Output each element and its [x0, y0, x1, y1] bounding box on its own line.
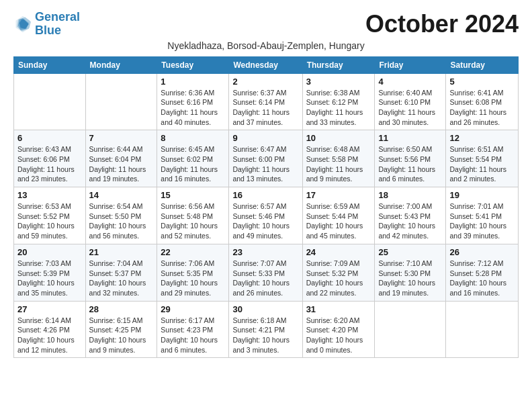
day-number: 14 — [89, 190, 154, 200]
day-info: Sunrise: 6:54 AMSunset: 5:50 PMDaylight:… — [89, 201, 154, 241]
day-info: Sunrise: 6:57 AMSunset: 5:46 PMDaylight:… — [232, 201, 298, 241]
day-number: 19 — [449, 190, 515, 200]
day-info: Sunrise: 6:50 AMSunset: 5:56 PMDaylight:… — [378, 144, 442, 184]
calendar-cell: 26Sunrise: 7:12 AMSunset: 5:28 PMDayligh… — [446, 244, 519, 301]
day-info: Sunrise: 7:07 AMSunset: 5:33 PMDaylight:… — [232, 259, 298, 298]
calendar-cell: 24Sunrise: 7:09 AMSunset: 5:32 PMDayligh… — [302, 244, 375, 301]
day-info: Sunrise: 6:37 AMSunset: 6:14 PMDaylight:… — [232, 88, 298, 128]
logo-icon — [13, 15, 32, 34]
subtitle: Nyekladhaza, Borsod-Abauj-Zemplen, Hunga… — [13, 40, 519, 51]
calendar-cell: 5Sunrise: 6:41 AMSunset: 6:08 PMDaylight… — [446, 73, 519, 130]
calendar-cell: 30Sunrise: 6:18 AMSunset: 4:21 PMDayligh… — [229, 301, 302, 358]
day-number: 22 — [161, 247, 225, 257]
calendar-week-2: 6Sunrise: 6:43 AMSunset: 6:06 PMDaylight… — [14, 130, 519, 187]
header: General Blue October 2024 — [13, 11, 519, 38]
day-info: Sunrise: 7:10 AMSunset: 5:30 PMDaylight:… — [378, 259, 442, 298]
calendar-cell: 15Sunrise: 6:56 AMSunset: 5:48 PMDayligh… — [157, 187, 229, 244]
title-block: October 2024 — [365, 11, 519, 38]
calendar-cell: 2Sunrise: 6:37 AMSunset: 6:14 PMDaylight… — [229, 73, 302, 130]
day-info: Sunrise: 6:36 AMSunset: 6:16 PMDaylight:… — [161, 88, 225, 128]
day-info: Sunrise: 6:48 AMSunset: 5:58 PMDaylight:… — [306, 144, 371, 184]
day-info: Sunrise: 6:18 AMSunset: 4:21 PMDaylight:… — [232, 316, 298, 355]
col-wednesday: Wednesday — [229, 56, 302, 73]
day-info: Sunrise: 7:03 AMSunset: 5:39 PMDaylight:… — [17, 259, 82, 298]
calendar-cell — [375, 301, 446, 358]
col-saturday: Saturday — [446, 56, 519, 73]
day-number: 21 — [89, 247, 154, 257]
day-number: 17 — [306, 190, 371, 200]
day-number: 31 — [306, 304, 371, 314]
calendar-cell: 11Sunrise: 6:50 AMSunset: 5:56 PMDayligh… — [375, 130, 446, 187]
calendar-cell: 21Sunrise: 7:04 AMSunset: 5:37 PMDayligh… — [85, 244, 157, 301]
calendar-cell: 16Sunrise: 6:57 AMSunset: 5:46 PMDayligh… — [229, 187, 302, 244]
calendar-cell: 20Sunrise: 7:03 AMSunset: 5:39 PMDayligh… — [14, 244, 86, 301]
calendar-cell: 1Sunrise: 6:36 AMSunset: 6:16 PMDaylight… — [157, 73, 229, 130]
calendar-table: Sunday Monday Tuesday Wednesday Thursday… — [13, 56, 519, 359]
day-info: Sunrise: 6:51 AMSunset: 5:54 PMDaylight:… — [449, 144, 515, 184]
calendar-cell: 19Sunrise: 7:01 AMSunset: 5:41 PMDayligh… — [446, 187, 519, 244]
day-info: Sunrise: 6:53 AMSunset: 5:52 PMDaylight:… — [17, 201, 82, 241]
day-info: Sunrise: 6:45 AMSunset: 6:02 PMDaylight:… — [161, 144, 225, 184]
day-number: 24 — [306, 247, 371, 257]
day-number: 9 — [232, 133, 298, 143]
day-number: 25 — [378, 247, 442, 257]
logo-line2: Blue — [35, 24, 61, 37]
calendar-cell: 4Sunrise: 6:40 AMSunset: 6:10 PMDaylight… — [375, 73, 446, 130]
col-friday: Friday — [375, 56, 446, 73]
calendar-cell: 31Sunrise: 6:20 AMSunset: 4:20 PMDayligh… — [302, 301, 375, 358]
header-row: Sunday Monday Tuesday Wednesday Thursday… — [14, 56, 519, 73]
day-info: Sunrise: 6:40 AMSunset: 6:10 PMDaylight:… — [378, 88, 442, 128]
day-info: Sunrise: 6:43 AMSunset: 6:06 PMDaylight:… — [17, 144, 82, 184]
calendar-week-3: 13Sunrise: 6:53 AMSunset: 5:52 PMDayligh… — [14, 187, 519, 244]
col-monday: Monday — [85, 56, 157, 73]
day-number: 29 — [161, 304, 225, 314]
calendar-cell: 28Sunrise: 6:15 AMSunset: 4:25 PMDayligh… — [85, 301, 157, 358]
day-number: 5 — [449, 77, 515, 87]
calendar-cell: 23Sunrise: 7:07 AMSunset: 5:33 PMDayligh… — [229, 244, 302, 301]
day-number: 27 — [17, 304, 82, 314]
day-number: 1 — [161, 77, 225, 87]
calendar-cell: 25Sunrise: 7:10 AMSunset: 5:30 PMDayligh… — [375, 244, 446, 301]
day-number: 11 — [378, 133, 442, 143]
day-info: Sunrise: 7:06 AMSunset: 5:35 PMDaylight:… — [161, 259, 225, 298]
day-info: Sunrise: 7:00 AMSunset: 5:43 PMDaylight:… — [378, 201, 442, 241]
calendar-cell — [446, 301, 519, 358]
day-number: 18 — [378, 190, 442, 200]
calendar-cell: 12Sunrise: 6:51 AMSunset: 5:54 PMDayligh… — [446, 130, 519, 187]
calendar-cell: 6Sunrise: 6:43 AMSunset: 6:06 PMDaylight… — [14, 130, 86, 187]
day-info: Sunrise: 7:12 AMSunset: 5:28 PMDaylight:… — [449, 259, 515, 298]
calendar-cell: 7Sunrise: 6:44 AMSunset: 6:04 PMDaylight… — [85, 130, 157, 187]
day-info: Sunrise: 6:56 AMSunset: 5:48 PMDaylight:… — [161, 201, 225, 241]
calendar-cell: 13Sunrise: 6:53 AMSunset: 5:52 PMDayligh… — [14, 187, 86, 244]
day-info: Sunrise: 6:41 AMSunset: 6:08 PMDaylight:… — [449, 88, 515, 128]
day-info: Sunrise: 6:38 AMSunset: 6:12 PMDaylight:… — [306, 88, 371, 128]
day-number: 6 — [17, 133, 82, 143]
col-sunday: Sunday — [14, 56, 86, 73]
calendar-cell — [85, 73, 157, 130]
calendar-week-4: 20Sunrise: 7:03 AMSunset: 5:39 PMDayligh… — [14, 244, 519, 301]
calendar-cell: 27Sunrise: 6:14 AMSunset: 4:26 PMDayligh… — [14, 301, 86, 358]
calendar-week-1: 1Sunrise: 6:36 AMSunset: 6:16 PMDaylight… — [14, 73, 519, 130]
calendar-cell: 22Sunrise: 7:06 AMSunset: 5:35 PMDayligh… — [157, 244, 229, 301]
day-number: 13 — [17, 190, 82, 200]
logo-line1: General — [35, 10, 80, 24]
day-number: 20 — [17, 247, 82, 257]
calendar-cell: 9Sunrise: 6:47 AMSunset: 6:00 PMDaylight… — [229, 130, 302, 187]
calendar-cell: 17Sunrise: 6:59 AMSunset: 5:44 PMDayligh… — [302, 187, 375, 244]
col-tuesday: Tuesday — [157, 56, 229, 73]
day-info: Sunrise: 7:09 AMSunset: 5:32 PMDaylight:… — [306, 259, 371, 298]
day-info: Sunrise: 6:15 AMSunset: 4:25 PMDaylight:… — [89, 316, 154, 355]
day-number: 10 — [306, 133, 371, 143]
calendar-cell: 14Sunrise: 6:54 AMSunset: 5:50 PMDayligh… — [85, 187, 157, 244]
day-number: 7 — [89, 133, 154, 143]
day-number: 4 — [378, 77, 442, 87]
day-number: 3 — [306, 77, 371, 87]
day-number: 12 — [449, 133, 515, 143]
day-info: Sunrise: 6:14 AMSunset: 4:26 PMDaylight:… — [17, 316, 82, 355]
month-title: October 2024 — [365, 11, 519, 38]
calendar-cell: 8Sunrise: 6:45 AMSunset: 6:02 PMDaylight… — [157, 130, 229, 187]
day-info: Sunrise: 6:20 AMSunset: 4:20 PMDaylight:… — [306, 316, 371, 355]
day-number: 28 — [89, 304, 154, 314]
day-info: Sunrise: 7:01 AMSunset: 5:41 PMDaylight:… — [449, 201, 515, 241]
day-number: 8 — [161, 133, 225, 143]
